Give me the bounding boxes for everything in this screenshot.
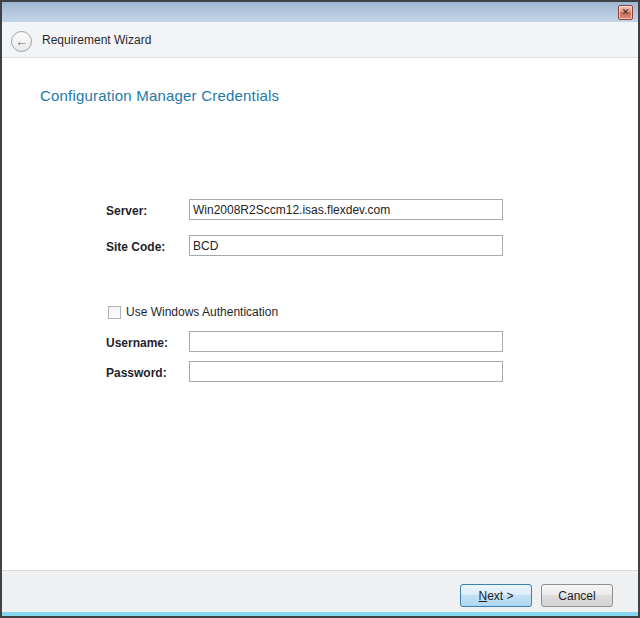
windows-auth-checkbox[interactable] bbox=[108, 306, 121, 319]
server-label: Server: bbox=[106, 204, 147, 218]
title-bar bbox=[2, 2, 638, 22]
password-input[interactable] bbox=[189, 361, 503, 382]
next-button[interactable]: Next > bbox=[460, 584, 532, 607]
cancel-button-label: Cancel bbox=[558, 589, 595, 603]
wizard-title: Requirement Wizard bbox=[42, 22, 151, 58]
wizard-header: ← Requirement Wizard bbox=[2, 22, 638, 58]
back-icon: ← bbox=[15, 34, 28, 49]
back-button[interactable]: ← bbox=[11, 31, 32, 52]
bottom-accent-strip bbox=[2, 612, 638, 616]
wizard-content: Configuration Manager Credentials Server… bbox=[2, 59, 638, 570]
site-code-label: Site Code: bbox=[106, 240, 165, 254]
wizard-window: ✕ ← Requirement Wizard Configuration Man… bbox=[0, 0, 640, 618]
cancel-button[interactable]: Cancel bbox=[541, 584, 613, 607]
next-button-mnemonic: N bbox=[478, 589, 487, 603]
next-button-label: ext > bbox=[487, 589, 513, 603]
windows-auth-row: Use Windows Authentication bbox=[108, 305, 278, 319]
wizard-footer: Next > Cancel bbox=[2, 570, 638, 612]
username-label: Username: bbox=[106, 336, 168, 350]
site-code-input[interactable] bbox=[189, 235, 503, 256]
windows-auth-label: Use Windows Authentication bbox=[126, 305, 278, 319]
close-icon: ✕ bbox=[622, 7, 630, 17]
server-input[interactable] bbox=[189, 199, 503, 220]
username-input[interactable] bbox=[189, 331, 503, 352]
page-title: Configuration Manager Credentials bbox=[40, 87, 279, 104]
password-label: Password: bbox=[106, 366, 167, 380]
close-button[interactable]: ✕ bbox=[618, 5, 633, 20]
